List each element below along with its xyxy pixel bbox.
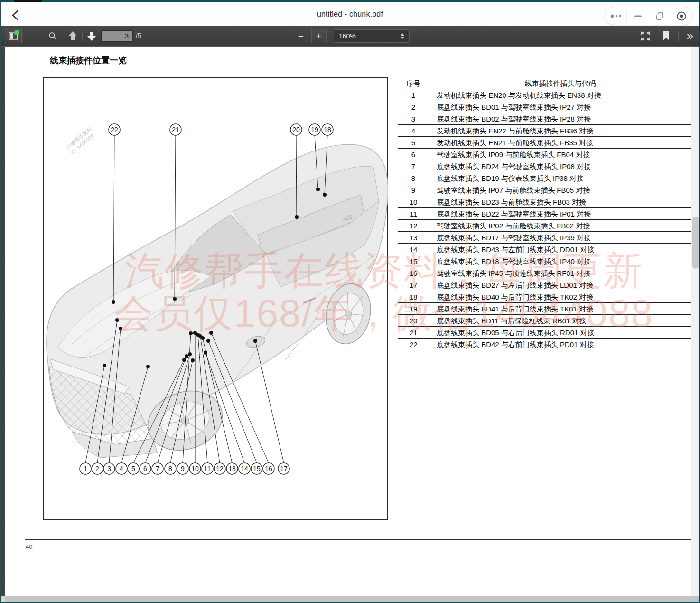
callout-number: 5: [131, 465, 135, 472]
row-seq: 10: [398, 196, 429, 208]
table-row: 4发动机线束插头 EN22 与前舱线束插头 FB36 对接: [398, 125, 692, 137]
fullscreen-button[interactable]: [639, 30, 652, 42]
find-button[interactable]: [47, 30, 59, 42]
connector-point: [115, 318, 119, 322]
arrow-down-icon: [87, 31, 96, 41]
callout-number: 15: [253, 465, 261, 472]
table-row: 18底盘线束插头 BD40 与后背门线束插头 TK02 对接: [398, 291, 692, 303]
table-row: 8底盘线束插头 BD19 与仪表线束插头 IP38 对接: [398, 172, 692, 184]
vertical-scrollbar-thumb[interactable]: [692, 217, 699, 269]
zoom-level-select[interactable]: 160%: [334, 29, 410, 43]
window-border-left: [0, 0, 1, 603]
table-row: 19底盘线束插头 BD41 与后背门线束插头 TK01 对接: [398, 303, 692, 315]
connector-point: [209, 331, 213, 335]
connector-point: [185, 354, 188, 358]
pdf-content-area: 线束插接件位置一览: [1, 46, 700, 596]
ellipsis-icon: [610, 14, 622, 19]
footer-rule: [25, 539, 691, 540]
connector-point: [146, 365, 150, 368]
connector-point: [189, 331, 193, 335]
callout-number: 6: [143, 465, 147, 472]
table-row: 11底盘线束插头 BD22 与驾驶室线束插头 IP01 对接: [398, 208, 692, 220]
next-page-button[interactable]: [85, 30, 98, 42]
row-seq: 8: [398, 172, 429, 184]
spinner-icon: [401, 33, 404, 39]
fullscreen-icon: [640, 31, 651, 41]
sidebar-toggle-button[interactable]: [5, 28, 22, 44]
connector-point: [206, 339, 210, 343]
callout-number: 10: [191, 465, 199, 472]
minimize-button[interactable]: [627, 10, 649, 22]
row-description: 发动机线束插头 EN20 与发动机线束插头 EN38 对接: [429, 89, 692, 101]
row-description: 驾驶室线束插头 IP02 与前舱线束插头 FB02 对接: [429, 220, 692, 232]
callout-number: 1: [84, 465, 87, 472]
table-row: 14底盘线束插头 BD43 与左前门线束插头 DD01 对接: [398, 244, 692, 255]
row-seq: 9: [398, 184, 429, 196]
callout-number: 4: [120, 465, 123, 472]
row-description: 底盘线束插头 BD23 与前舱线束插头 FB03 对接: [429, 196, 692, 208]
table-row: 21底盘线束插头 BD05 与右后门线束插头 RD01 对接: [398, 327, 692, 339]
connector-point: [201, 336, 205, 340]
harness-location-diagram: 22212019181234567891011121314151617 汽修帮手…: [43, 77, 388, 520]
bookmark-icon: [663, 31, 670, 41]
page-number-input[interactable]: [101, 30, 133, 42]
row-seq: 4: [398, 125, 429, 137]
bookmark-button[interactable]: [660, 30, 672, 42]
previous-page-button[interactable]: [66, 30, 79, 42]
zoom-in-button[interactable]: +: [311, 29, 327, 43]
window-controls: [605, 7, 693, 25]
connector-table: 序号 线束插接件插头与代码 1发动机线束插头 EN20 与发动机线束插头 EN3…: [398, 77, 691, 350]
row-seq: 7: [398, 160, 429, 172]
row-seq: 20: [398, 315, 429, 327]
table-row: 2底盘线束插头 BD01 与驾驶室线束插头 IP27 对接: [398, 101, 692, 113]
table-header-row: 序号 线束插接件插头与代码: [398, 77, 692, 89]
restore-button[interactable]: [649, 10, 671, 22]
pdf-toolbar: /5 − + 160% »: [1, 26, 699, 46]
connector-point: [103, 364, 106, 367]
window-title: untitled - chunk.pdf: [1, 10, 699, 19]
row-seq: 18: [398, 291, 429, 303]
row-description: 底盘线束插头 BD05 与右后门线束插头 RD01 对接: [429, 327, 692, 339]
table-row: 5发动机线束插头 EN21 与前舱线束插头 FB35 对接: [398, 137, 692, 149]
row-description: 底盘线束插头 BD02 与驾驶室线束插头 IP28 对接: [429, 113, 692, 125]
zoom-level-value: 160%: [339, 32, 356, 40]
more-tools-button[interactable]: »: [683, 28, 697, 43]
row-description: 驾驶室线束插头 IP09 与前舱线束插头 FB04 对接: [429, 149, 692, 160]
row-seq: 17: [398, 279, 429, 291]
column-header-desc: 线束插接件插头与代码: [429, 77, 692, 89]
connector-point: [253, 339, 257, 343]
horizontal-scrollbar[interactable]: [0, 596, 700, 602]
row-description: 底盘线束插头 BD24 与驾驶室线束插头 IP08 对接: [429, 160, 692, 172]
row-description: 底盘线束插头 BD01 与驾驶室线束插头 IP27 对接: [429, 101, 692, 113]
row-description: 底盘线束插头 BD41 与后背门线束插头 TK01 对接: [429, 303, 692, 315]
table-row: 12驾驶室线束插头 IP02 与前舱线束插头 FB02 对接: [398, 220, 692, 232]
callout-number: 8: [168, 465, 172, 472]
callout-number: 2: [95, 465, 99, 472]
row-description: 驾驶室线束插头 IP45 与顶蓬线束插头 RF01 对接: [429, 267, 692, 279]
row-seq: 5: [398, 137, 429, 149]
callout-number: 7: [156, 465, 159, 472]
connector-point: [112, 300, 115, 304]
table-row: 9驾驶室线束插头 IP07 与前舱线束插头 FB05 对接: [398, 184, 692, 196]
callout-number: 11: [204, 465, 211, 472]
callout-number: 21: [172, 126, 179, 133]
table-row: 6驾驶室线束插头 IP09 与前舱线束插头 FB04 对接: [398, 149, 692, 160]
more-options-button[interactable]: [605, 10, 627, 22]
focus-target-button[interactable]: [671, 10, 692, 22]
restore-icon: [654, 11, 665, 21]
car-illustration: [47, 144, 388, 460]
table-row: 13底盘线束插头 BD17 与驾驶室线束插头 IP39 对接: [398, 232, 692, 244]
connector-point: [188, 352, 192, 356]
page-count-label: /5: [136, 32, 141, 39]
row-description: 底盘线束插头 BD11 与后保险杠线束 RB01 对接: [429, 315, 692, 327]
callout-number: 12: [216, 465, 224, 472]
zoom-out-button[interactable]: −: [293, 29, 308, 43]
column-header-seq: 序号: [398, 77, 429, 89]
table-row: 22底盘线束插头 BD42 与右前门线束插头 PD01 对接: [398, 339, 692, 350]
callout-number: 18: [324, 126, 331, 133]
callout-number: 20: [292, 126, 300, 133]
table-row: 7底盘线束插头 BD24 与驾驶室线束插头 IP08 对接: [398, 160, 692, 172]
table-row: 17底盘线束插头 BD27 与左后门线束插头 LD01 对接: [398, 279, 692, 291]
row-description: 底盘线束插头 BD42 与右前门线束插头 PD01 对接: [429, 339, 692, 350]
sidebar-notification-dot: [14, 30, 19, 35]
